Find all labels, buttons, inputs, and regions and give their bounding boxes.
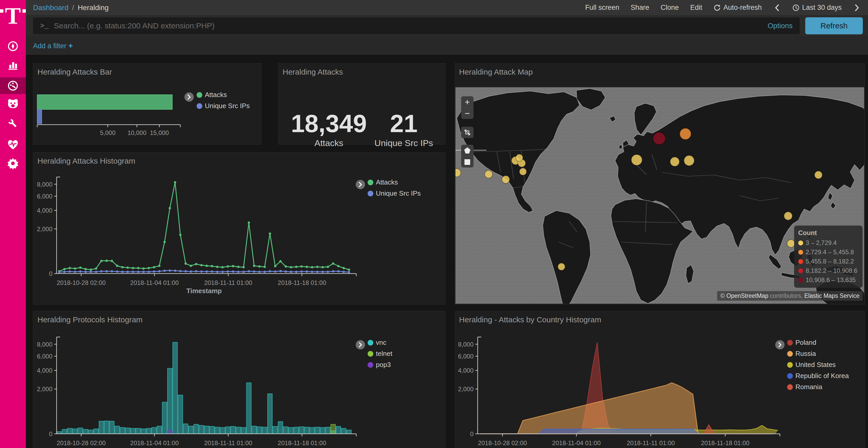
- svg-text:2018-11-18 01:00: 2018-11-18 01:00: [278, 279, 326, 286]
- sidebar-item-dev-tools[interactable]: [0, 115, 26, 132]
- svg-text:Timestamp: Timestamp: [187, 287, 222, 295]
- legend-item-unique-src-ips[interactable]: Unique Src IPs: [368, 189, 421, 198]
- query-prompt-icon: >_: [40, 22, 49, 30]
- edit-button[interactable]: Edit: [690, 4, 703, 12]
- attack-source-bubble: [502, 175, 510, 183]
- legend-item-attacks[interactable]: Attacks: [196, 91, 250, 99]
- t-logo-letter: T: [5, 6, 21, 26]
- map-fit-control: [461, 127, 473, 138]
- panel-attacks-metric: Heralding Attacks 18,349 Attacks 21 Uniq…: [278, 63, 445, 144]
- sidebar-item-discover[interactable]: [0, 38, 26, 55]
- legend-dot: [368, 340, 373, 346]
- chart-legend: Attacks Unique Src IPs: [196, 91, 250, 110]
- legend-item-unique-src-ips[interactable]: Unique Src IPs: [196, 102, 250, 110]
- sidebar-item-visualize[interactable]: [0, 56, 26, 73]
- legend-item: 8,182.2 – 10,908.6: [798, 267, 858, 274]
- compass-icon: [7, 40, 19, 52]
- time-back-button[interactable]: [773, 4, 781, 12]
- attack-source-bubble: [684, 156, 694, 166]
- attack-source-bubble: [456, 169, 461, 177]
- legend-item-russia[interactable]: Russia: [787, 350, 849, 358]
- panel-attacks-histogram: Heralding Attacks Histogram 02,0004,0006…: [33, 152, 445, 305]
- chevron-left-icon: [774, 4, 780, 12]
- heartbeat-icon: [7, 139, 19, 150]
- chevron-right-icon: [358, 342, 363, 348]
- sidebar-item-dashboard[interactable]: [0, 77, 26, 94]
- zoom-in-button[interactable]: +: [461, 96, 473, 108]
- time-range-picker[interactable]: Last 30 days: [792, 4, 842, 12]
- protocols-histogram-chart[interactable]: 02,0004,0006,0008,0002018-10-28 02:00201…: [33, 311, 445, 448]
- legend-item-romania[interactable]: Romania: [787, 383, 849, 391]
- legend-toggle-button[interactable]: [184, 92, 194, 102]
- options-link[interactable]: Options: [768, 22, 793, 30]
- legend-item-pop3[interactable]: pop3: [368, 361, 393, 369]
- auto-refresh-button[interactable]: Auto-refresh: [714, 4, 762, 12]
- legend-item-republic-of-korea[interactable]: Republic of Korea: [787, 372, 849, 380]
- refresh-cycle-icon: [714, 4, 721, 11]
- search-input[interactable]: [54, 22, 763, 30]
- legend-item-vnc[interactable]: vnc: [368, 339, 393, 347]
- svg-text:10,000: 10,000: [127, 129, 146, 136]
- bar-chart-icon: [7, 59, 19, 70]
- clock-icon: [792, 4, 800, 11]
- legend-toggle-button[interactable]: [356, 340, 365, 349]
- svg-text:8,000: 8,000: [458, 341, 473, 348]
- legend-dot: [798, 268, 803, 273]
- breadcrumb: Dashboard / Heralding: [33, 4, 109, 12]
- t-mobile-logo[interactable]: T: [0, 6, 26, 29]
- plus-icon: +: [68, 41, 73, 50]
- world-map[interactable]: + −: [456, 87, 864, 304]
- square-icon: [464, 159, 471, 165]
- t-logo-left-square: [0, 9, 3, 13]
- svg-text:2018-11-18 01:00: 2018-11-18 01:00: [701, 440, 749, 446]
- share-button[interactable]: Share: [630, 4, 649, 12]
- svg-text:15,000: 15,000: [150, 129, 169, 136]
- query-bar: >_ Options Refresh: [26, 15, 868, 36]
- svg-text:2018-11-11 01:00: 2018-11-11 01:00: [627, 440, 675, 446]
- attacks-histogram-chart[interactable]: 02,0004,0006,0008,0002018-10-28 02:00201…: [33, 152, 445, 305]
- legend-item-attacks[interactable]: Attacks: [368, 178, 421, 186]
- refresh-button[interactable]: Refresh: [805, 17, 863, 34]
- legend-dot: [787, 384, 793, 390]
- legend-dot: [787, 340, 793, 346]
- breadcrumb-dashboard-link[interactable]: Dashboard: [33, 4, 68, 12]
- zoom-out-button[interactable]: −: [461, 108, 473, 119]
- svg-text:6,000: 6,000: [37, 353, 53, 360]
- chevron-right-icon: [778, 342, 782, 348]
- attack-source-bubble: [680, 128, 691, 140]
- legend-item: 10,908.6 – 13,635: [798, 276, 858, 284]
- draw-polygon-button[interactable]: [461, 145, 473, 156]
- metric-label: Unique Src IPs: [364, 138, 444, 148]
- sidebar-item-management[interactable]: [0, 155, 26, 172]
- bear-icon: [7, 98, 19, 110]
- legend-item-telnet[interactable]: telnet: [368, 350, 393, 358]
- panel-title[interactable]: Heralding Attack Map: [459, 68, 533, 76]
- panel-title[interactable]: Heralding Attacks: [283, 68, 343, 76]
- legend-dot: [368, 191, 373, 196]
- openstreetmap-link[interactable]: OpenStreetMap: [726, 292, 768, 299]
- elastic-maps-service-link[interactable]: Elastic Maps Service: [804, 292, 860, 299]
- map-count-legend: Count 3 – 2,729.4 2,729.4 – 5,455.8 5,45…: [794, 226, 863, 288]
- legend-dot: [798, 278, 803, 283]
- add-filter-link[interactable]: Add a filter +: [33, 41, 73, 50]
- time-forward-button[interactable]: [853, 4, 861, 12]
- legend-item-united-states[interactable]: United States: [787, 361, 849, 369]
- svg-text:2018-11-18 01:00: 2018-11-18 01:00: [278, 440, 326, 446]
- svg-text:2018-11-11 01:00: 2018-11-11 01:00: [204, 279, 252, 286]
- fit-bounds-button[interactable]: [461, 127, 473, 138]
- attack-source-bubble: [670, 157, 679, 167]
- panel-attack-map: Heralding Attack Map: [455, 63, 865, 305]
- svg-text:5,000: 5,000: [100, 129, 116, 136]
- legend-toggle-button[interactable]: [356, 180, 365, 189]
- sidebar-item-monitoring[interactable]: [0, 136, 26, 153]
- crop-icon: [464, 129, 471, 136]
- svg-text:2018-11-04 01:00: 2018-11-04 01:00: [130, 440, 179, 446]
- draw-rectangle-button[interactable]: [461, 156, 473, 168]
- legend-toggle-button[interactable]: [775, 340, 784, 349]
- sidebar-item-tpot[interactable]: [0, 96, 26, 112]
- search-box[interactable]: >_ Options: [33, 18, 800, 34]
- full-screen-button[interactable]: Full screen: [585, 4, 619, 12]
- legend-item-poland[interactable]: Poland: [787, 339, 849, 347]
- legend-dot: [787, 351, 793, 357]
- clone-button[interactable]: Clone: [660, 4, 679, 12]
